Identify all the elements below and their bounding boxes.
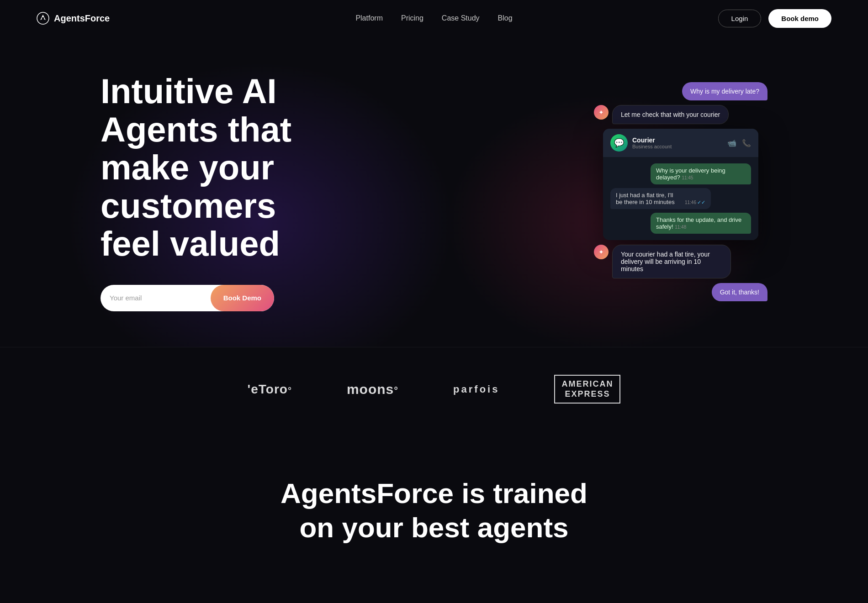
user-bubble-1: Why is my delivery late? bbox=[682, 82, 767, 100]
logo-etoro: 'eToro° bbox=[248, 382, 292, 397]
hero-book-demo-button[interactable]: Book Demo bbox=[211, 285, 274, 311]
user-bubble-2: Got it, thanks! bbox=[712, 283, 767, 301]
double-check-icon: ✓✓ bbox=[697, 199, 705, 205]
whatsapp-actions: 📹 📞 bbox=[727, 139, 751, 147]
login-button[interactable]: Login bbox=[718, 10, 762, 27]
hero-content: Intuitive AI Agents that make your custo… bbox=[0, 45, 320, 339]
whatsapp-body: Why is your delivery being delayed? 11:4… bbox=[603, 157, 758, 240]
hero-chat: Why is my delivery late? ✦ Let me check … bbox=[594, 82, 767, 301]
nav-links: Platform Pricing Case Study Blog bbox=[355, 14, 512, 22]
logo-amex: AMERICAN EXPRESS bbox=[554, 375, 620, 404]
whatsapp-card: 💬 Courier Business account 📹 📞 Why is yo… bbox=[603, 129, 758, 240]
wa-msg-2: I just had a flat tire, I'll be there in… bbox=[610, 188, 711, 209]
whatsapp-contact-subtitle: Business account bbox=[632, 144, 672, 149]
agent-avatar-2: ✦ bbox=[594, 245, 609, 259]
logo[interactable]: AgentsForce bbox=[37, 12, 110, 25]
wa-msg-3: Thanks for the update, and drive safely!… bbox=[651, 213, 751, 234]
wa-msg-1: Why is your delivery being delayed? 11:4… bbox=[651, 163, 751, 184]
video-icon[interactable]: 📹 bbox=[727, 139, 736, 147]
email-input[interactable] bbox=[110, 294, 211, 302]
nav-link-case-study[interactable]: Case Study bbox=[442, 14, 480, 22]
hero-title: Intuitive AI Agents that make your custo… bbox=[101, 72, 320, 263]
bottom-title: AgentsForce is trained on your best agen… bbox=[0, 477, 868, 545]
logo-icon bbox=[37, 12, 49, 25]
chat-bubbles: Why is my delivery late? ✦ Let me check … bbox=[594, 82, 767, 301]
logos-section: 'eToro° moons° parfois AMERICAN EXPRESS bbox=[0, 347, 868, 440]
phone-icon[interactable]: 📞 bbox=[742, 139, 751, 147]
book-demo-nav-button[interactable]: Book demo bbox=[768, 9, 831, 28]
whatsapp-profile: 💬 Courier Business account bbox=[610, 134, 672, 152]
nav-actions: Login Book demo bbox=[718, 9, 831, 28]
whatsapp-contact-name: Courier bbox=[632, 136, 672, 144]
agent-avatar: ✦ bbox=[594, 105, 609, 120]
whatsapp-avatar: 💬 bbox=[610, 134, 628, 152]
bottom-section: AgentsForce is trained on your best agen… bbox=[0, 440, 868, 572]
navbar: AgentsForce Platform Pricing Case Study … bbox=[0, 0, 868, 37]
svg-point-1 bbox=[42, 17, 44, 20]
nav-link-pricing[interactable]: Pricing bbox=[401, 14, 423, 22]
agent-row-1: ✦ Let me check that with your courier bbox=[594, 105, 767, 124]
nav-link-blog[interactable]: Blog bbox=[498, 14, 513, 22]
hero-section: Intuitive AI Agents that make your custo… bbox=[0, 37, 868, 347]
agent-row-2: ✦ Your courier had a flat tire, your del… bbox=[594, 245, 767, 278]
hero-email-form: Book Demo bbox=[101, 285, 274, 311]
whatsapp-header: 💬 Courier Business account 📹 📞 bbox=[603, 129, 758, 157]
nav-link-platform[interactable]: Platform bbox=[355, 14, 383, 22]
agent-bubble-2: Your courier had a flat tire, your deliv… bbox=[612, 245, 731, 278]
logo-text: AgentsForce bbox=[54, 13, 110, 24]
logo-parfois: parfois bbox=[453, 383, 499, 395]
logo-moons: moons° bbox=[347, 382, 398, 397]
agent-bubble-1: Let me check that with your courier bbox=[612, 105, 729, 124]
